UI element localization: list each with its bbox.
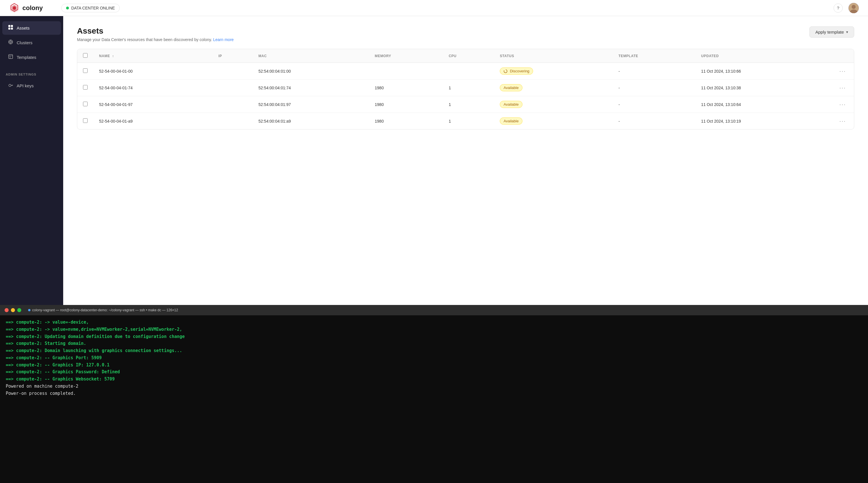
svg-rect-10 <box>11 28 13 30</box>
learn-more-link[interactable]: Learn more <box>213 37 234 42</box>
user-avatar[interactable] <box>848 3 859 13</box>
row-more-button-1[interactable]: ··· <box>837 83 848 92</box>
row-name: 52-54-00-04-01-00 <box>93 63 213 79</box>
row-actions: ··· <box>831 79 854 96</box>
main-content: Assets Manage your Data Center's resourc… <box>63 16 868 305</box>
traffic-lights <box>5 308 21 312</box>
help-button[interactable]: ? <box>834 3 843 13</box>
svg-rect-7 <box>8 25 10 27</box>
row-cpu: 1 <box>443 96 494 113</box>
assets-icon <box>8 25 13 31</box>
terminal-line: ==> compute-2: Updating domain definitio… <box>6 333 862 340</box>
page-title: Assets <box>77 26 234 36</box>
status-badge-3: Available <box>500 118 523 125</box>
row-checkbox-cell <box>77 79 93 96</box>
row-cpu: 1 <box>443 113 494 130</box>
row-actions: ··· <box>831 63 854 79</box>
row-mac: 52:54:00:04:01:a9 <box>253 113 369 130</box>
minimize-window-button[interactable] <box>11 308 15 312</box>
page-header: Assets Manage your Data Center's resourc… <box>77 26 854 42</box>
svg-point-20 <box>9 85 11 87</box>
terminal-body[interactable]: ==> compute-2: -> value=-device,==> comp… <box>0 315 868 483</box>
logo: colony <box>9 3 43 13</box>
datacenter-badge: DATA CENTER ONLINE <box>61 4 120 12</box>
row-more-button-3[interactable]: ··· <box>837 117 848 125</box>
api-keys-icon <box>8 83 13 89</box>
name-column-header[interactable]: NAME ↑ <box>93 49 213 63</box>
svg-rect-8 <box>11 25 13 27</box>
svg-rect-17 <box>9 55 13 59</box>
mac-column-header: MAC <box>253 49 369 63</box>
close-window-button[interactable] <box>5 308 9 312</box>
sidebar-item-api-keys[interactable]: API keys <box>2 79 61 93</box>
terminal-titlebar: colony-vagrant — root@colony-datacenter-… <box>0 305 868 315</box>
select-all-checkbox[interactable] <box>83 53 88 58</box>
terminal-line: ==> compute-2: -- Graphics IP: 127.0.0.1 <box>6 361 862 369</box>
table-header-row: NAME ↑ IP MAC MEMORY CPU STATUS TEMPLATE… <box>77 49 854 63</box>
terminal-line: ==> compute-2: -> value=nvme,drive=NVMEw… <box>6 326 862 333</box>
row-more-button-0[interactable]: ··· <box>837 67 848 75</box>
row-template: - <box>613 79 695 96</box>
terminal-line: Powered on machine compute-2 <box>6 383 862 390</box>
row-checkbox-2[interactable] <box>83 102 88 106</box>
cpu-column-header: CPU <box>443 49 494 63</box>
row-ip <box>213 96 252 113</box>
row-ip <box>213 113 252 130</box>
table-row: 52-54-00-04-01-97 52:54:00:04:01:97 1980… <box>77 96 854 113</box>
admin-settings-section: ADMIN SETTINGS <box>0 68 63 78</box>
row-status: Available <box>494 79 613 96</box>
clusters-label: Clusters <box>17 40 32 45</box>
terminal-title: colony-vagrant — root@colony-datacenter-… <box>32 308 178 312</box>
template-column-header: TEMPLATE <box>613 49 695 63</box>
row-name: 52-54-00-04-01-97 <box>93 96 213 113</box>
row-updated: 11 Oct 2024, 13:10:66 <box>695 63 831 79</box>
row-name: 52-54-00-04-01-a9 <box>93 113 213 130</box>
apply-template-button[interactable]: Apply template ▾ <box>809 26 854 38</box>
row-mac: 52:54:00:04:01:97 <box>253 96 369 113</box>
status-badge-0: Discovering <box>500 67 533 75</box>
row-memory: 1980 <box>369 96 443 113</box>
row-cpu <box>443 63 494 79</box>
templates-label: Templates <box>17 55 36 60</box>
status-column-header: STATUS <box>494 49 613 63</box>
terminal-line: ==> compute-2: Starting domain. <box>6 340 862 347</box>
row-name: 52-54-00-04-01-74 <box>93 79 213 96</box>
name-sort-icon: ↑ <box>112 54 114 58</box>
row-status: Discovering <box>494 63 613 79</box>
row-actions: ··· <box>831 96 854 113</box>
templates-icon <box>8 54 13 61</box>
row-template: - <box>613 96 695 113</box>
svg-rect-9 <box>8 28 10 30</box>
online-indicator <box>66 7 69 9</box>
updated-column-header: UPDATED <box>695 49 831 63</box>
ip-column-header: IP <box>213 49 252 63</box>
status-badge-2: Available <box>500 101 523 108</box>
topbar: colony DATA CENTER ONLINE ? <box>0 0 868 16</box>
row-checkbox-1[interactable] <box>83 85 88 90</box>
row-checkbox-cell <box>77 113 93 130</box>
sidebar-item-assets[interactable]: Assets <box>2 21 61 35</box>
select-all-header <box>77 49 93 63</box>
actions-column-header <box>831 49 854 63</box>
sidebar-item-clusters[interactable]: Clusters <box>2 36 61 50</box>
svg-point-24 <box>504 69 507 73</box>
terminal-line: ==> compute-2: Domain launching with gra… <box>6 347 862 354</box>
terminal-line: ==> compute-2: -- Graphics Port: 5909 <box>6 354 862 361</box>
row-checkbox-0[interactable] <box>83 68 88 73</box>
row-checkbox-3[interactable] <box>83 118 88 123</box>
row-mac: 52:54:00:04:01:00 <box>253 63 369 79</box>
row-template: - <box>613 63 695 79</box>
row-updated: 11 Oct 2024, 13:10:38 <box>695 79 831 96</box>
row-checkbox-cell <box>77 96 93 113</box>
row-status: Available <box>494 113 613 130</box>
terminal-tab-indicator <box>28 309 30 311</box>
sidebar-item-templates[interactable]: Templates <box>2 51 61 64</box>
row-template: - <box>613 113 695 130</box>
terminal-line: ==> compute-2: -> value=-device, <box>6 319 862 326</box>
terminal-line: ==> compute-2: -- Graphics Password: Def… <box>6 368 862 376</box>
terminal-line: Power-on process completed. <box>6 390 862 397</box>
terminal-line: ==> compute-2: -- Graphics Websocket: 57… <box>6 376 862 383</box>
terminal-wrapper: colony-vagrant — root@colony-datacenter-… <box>0 305 868 483</box>
row-more-button-2[interactable]: ··· <box>837 100 848 108</box>
maximize-window-button[interactable] <box>17 308 21 312</box>
